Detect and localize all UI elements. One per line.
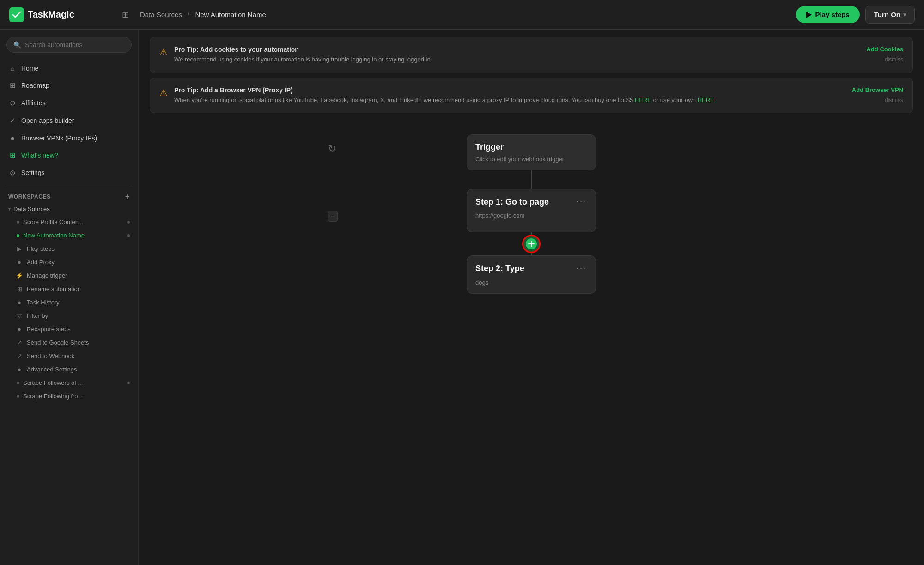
tip-banner-vpn: ⚠ Pro Tip: Add a Browser VPN (Proxy IP) … [150,78,913,114]
vpn-icon: ● [8,134,17,142]
sidebar-divider [6,185,132,185]
step1-node[interactable]: Step 1: Go to page ··· https://google.co… [467,189,596,232]
main-layout: 🔍 ⌂ Home ⊞ Roadmap ⊙ Affiliates ✓ Open a… [0,30,924,565]
tip-cookies-desc: We recommend using cookies if your autom… [174,55,860,64]
tip-vpn-title: Pro Tip: Add a Browser VPN (Proxy IP) [174,86,845,94]
sidebar-item-roadmap-label: Roadmap [21,82,49,89]
sub-menu-webhook-label: Send to Webhook [27,352,74,359]
turn-on-label: Turn On [874,11,900,18]
sub-menu-filter-by[interactable]: ▽ Filter by [11,309,131,322]
logo-area: TaskMagic [9,7,111,22]
add-step-button[interactable] [522,235,541,253]
add-step-connector-1 [522,232,541,255]
sidebar-item-affiliates[interactable]: ⊙ Affiliates [4,95,134,111]
sidebar-item-home[interactable]: ⌂ Home [4,60,134,76]
workspace-item-new-automation[interactable]: New Automation Name [4,229,134,242]
sidebar-item-settings[interactable]: ⊙ Settings [4,164,134,181]
sidebar-search-container[interactable]: 🔍 [6,37,132,53]
sub-menu-recapture[interactable]: ● Recapture steps [11,322,131,336]
sub-menu-proxy-label: Add Proxy [27,259,55,266]
chevron-down-icon: ▾ [903,12,906,18]
trigger-title: Trigger [475,142,587,152]
search-input[interactable] [25,41,125,49]
step2-node[interactable]: Step 2: Type ··· dogs [467,255,596,293]
scrape-followers-dot [17,382,19,384]
workspace-item-scrape-following[interactable]: Scrape Following fro... [4,389,134,403]
taskmagic-logo-icon [9,7,24,22]
sub-menu-filter-label: Filter by [27,312,48,319]
trigger-icon: ⚡ [16,272,23,279]
home-icon: ⌂ [8,64,17,72]
sidebar-item-whats-new[interactable]: ⊞ What's new? [4,147,134,164]
connector-1 [531,170,532,189]
webhook-icon: ↗ [16,352,23,359]
sidebar: 🔍 ⌂ Home ⊞ Roadmap ⊙ Affiliates ✓ Open a… [0,30,139,565]
sub-menu-manage-trigger[interactable]: ⚡ Manage trigger [11,269,131,282]
minus-icon[interactable]: − [328,211,338,222]
scrape-followers-badge [127,382,130,384]
tip-banner-cookies: ⚠ Pro Tip: Add cookies to your automatio… [150,37,913,73]
sidebar-toggle-button[interactable]: ⊞ [118,8,133,22]
tip-vpn-actions: Add Browser VPN dismiss [852,86,903,103]
step2-title: Step 2: Type [475,263,524,274]
dismiss-cookies-button[interactable]: dismiss [885,56,903,63]
step2-more-button[interactable]: ··· [576,263,587,273]
step1-more-button[interactable]: ··· [576,197,587,207]
add-step-inner-icon [526,238,537,249]
sidebar-item-open-apps-label: Open apps builder [21,117,74,124]
refresh-icon[interactable]: ↻ [328,143,336,155]
sidebar-item-open-apps[interactable]: ✓ Open apps builder [4,112,134,129]
here-link-2[interactable]: HERE [698,97,714,103]
turn-on-button[interactable]: Turn On ▾ [865,6,915,24]
play-steps-label: Play steps [815,11,850,18]
history-icon: ● [16,299,23,306]
dismiss-vpn-button[interactable]: dismiss [885,97,903,103]
sub-menu-webhook[interactable]: ↗ Send to Webhook [11,349,131,363]
play-steps-button[interactable]: Play steps [796,6,860,23]
trigger-node[interactable]: Trigger Click to edit your webhook trigg… [467,134,596,170]
workspaces-label: Workspaces [8,194,50,200]
sidebar-item-roadmap[interactable]: ⊞ Roadmap [4,77,134,94]
sidebar-item-vpns[interactable]: ● Browser VPNs (Proxy IPs) [4,130,134,146]
sub-menu-add-proxy[interactable]: ● Add Proxy [11,255,131,269]
add-cookies-button[interactable]: Add Cookies [867,46,903,53]
sub-menu-advanced[interactable]: ● Advanced Settings [11,363,131,376]
tips-container: ⚠ Pro Tip: Add cookies to your automatio… [139,30,924,121]
workspace-group-header[interactable]: ▾ Data Sources [4,203,134,215]
tip-vpn-desc: When you're running on social platforms … [174,96,845,105]
add-workspace-button[interactable]: + [125,193,130,201]
warning-icon-vpn: ⚠ [159,87,168,98]
topbar-actions: Play steps Turn On ▾ [796,6,915,24]
workspace-item-score-profile[interactable]: Score Profile Conten... [4,215,134,229]
play-steps-icon: ▶ [16,245,23,252]
breadcrumb-separator: / [188,11,191,18]
sub-menu-sheets-label: Send to Google Sheets [27,339,89,346]
sub-menu-google-sheets[interactable]: ↗ Send to Google Sheets [11,336,131,349]
sheets-icon: ↗ [16,339,23,346]
here-link-1[interactable]: HERE [635,97,651,103]
content-area: ⚠ Pro Tip: Add cookies to your automatio… [139,30,924,565]
filter-icon: ▽ [16,312,23,319]
connector-line-1 [531,170,532,189]
sub-menu-task-history[interactable]: ● Task History [11,296,131,309]
breadcrumb: Data Sources / New Automation Name [140,11,789,18]
breadcrumb-parent[interactable]: Data Sources [140,11,182,18]
sub-menu: ▶ Play steps ● Add Proxy ⚡ Manage trigge… [4,242,134,376]
flow-canvas: ↻ − Trigger Click to edit your webhook t… [139,121,924,565]
trigger-subtitle: Click to edit your webhook trigger [475,156,587,163]
workspace-item-scrape-followers[interactable]: Scrape Followers of ... [4,376,134,389]
open-apps-icon: ✓ [8,116,17,125]
sub-menu-rename[interactable]: ⊞ Rename automation [11,282,131,296]
app-name: TaskMagic [28,9,74,20]
sub-menu-advanced-label: Advanced Settings [27,366,77,373]
workspace-item-badge [127,221,130,224]
settings-icon: ⊙ [8,169,17,177]
workspace-item-score-label: Score Profile Conten... [23,219,84,225]
sub-menu-play-label: Play steps [27,245,55,252]
scrape-followers-label: Scrape Followers of ... [23,379,83,386]
advanced-icon: ● [16,366,23,373]
step1-title: Step 1: Go to page [475,197,549,207]
sub-menu-play-steps[interactable]: ▶ Play steps [11,242,131,255]
add-browser-vpn-button[interactable]: Add Browser VPN [852,86,903,93]
tip-vpn-content: Pro Tip: Add a Browser VPN (Proxy IP) Wh… [174,86,845,105]
